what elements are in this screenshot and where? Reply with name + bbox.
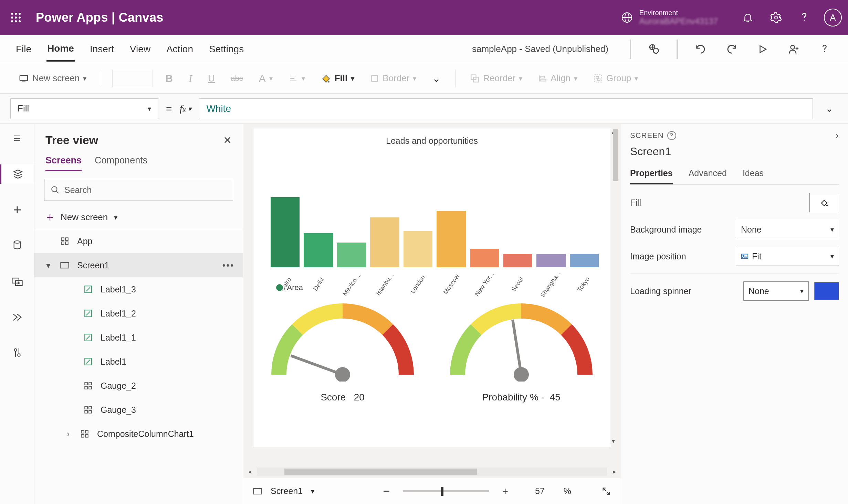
chevron-down-icon[interactable]: ▾ xyxy=(311,487,314,495)
tree-new-screen-button[interactable]: New screen ▾ xyxy=(34,207,243,229)
tab-action[interactable]: Action xyxy=(166,42,194,56)
preview-play-icon[interactable] xyxy=(754,41,771,57)
tab-properties[interactable]: Properties xyxy=(630,165,673,184)
tab-ideas[interactable]: Ideas xyxy=(743,165,764,184)
gauge-probability[interactable]: Probability % - 45 xyxy=(449,299,594,403)
svg-rect-53 xyxy=(65,242,68,245)
fit-to-window-icon[interactable] xyxy=(601,486,611,496)
app-launcher-icon[interactable] xyxy=(6,8,25,27)
zoom-in-button[interactable]: + xyxy=(502,485,508,497)
formula-bar: Fill▾ = fx▾ White ⌄ xyxy=(0,94,848,124)
svg-rect-63 xyxy=(85,382,87,385)
zoom-slider[interactable] xyxy=(403,490,489,492)
user-avatar[interactable]: A xyxy=(824,9,842,26)
more-ellipsis-icon[interactable]: ••• xyxy=(222,260,234,270)
tree-item-label1-3[interactable]: Label1_3 xyxy=(34,277,243,301)
caret-down-icon[interactable]: ▾ xyxy=(44,260,52,270)
zoom-out-button[interactable]: − xyxy=(383,484,390,498)
font-color-button[interactable]: A▾ xyxy=(255,71,276,86)
label-icon xyxy=(83,356,94,367)
text-align-button[interactable]: ▾ xyxy=(285,72,308,85)
tab-components[interactable]: Components xyxy=(95,155,147,171)
tree-item-label1[interactable]: Label1 xyxy=(34,350,243,374)
tree-item-label1-2[interactable]: Label1_2 xyxy=(34,301,243,325)
footer-screen-name[interactable]: Screen1 xyxy=(271,486,303,496)
prop-spinner-select[interactable]: None▾ xyxy=(743,281,809,301)
svg-point-76 xyxy=(335,367,350,382)
gauge-score-label: Score 20 xyxy=(321,392,365,403)
screen-canvas[interactable]: Leads and opportunities 3115112216258666… xyxy=(253,128,611,448)
rail-media-icon[interactable] xyxy=(8,272,27,291)
rail-data-icon[interactable] xyxy=(8,236,27,255)
rail-tools-icon[interactable] xyxy=(8,343,27,363)
fx-button[interactable]: fx▾ xyxy=(180,103,192,115)
svg-line-75 xyxy=(291,356,343,375)
app-title: Power Apps | Canvas xyxy=(36,10,164,25)
tree-search-input[interactable]: Search xyxy=(44,179,233,201)
caret-right-icon[interactable]: › xyxy=(64,429,72,439)
settings-gear-icon[interactable] xyxy=(767,9,785,26)
new-screen-button[interactable]: New screen ▾ xyxy=(15,71,90,86)
strikethrough-button[interactable]: abc xyxy=(227,72,246,85)
tab-insert[interactable]: Insert xyxy=(89,42,115,56)
tab-settings[interactable]: Settings xyxy=(208,42,244,56)
redo-icon[interactable] xyxy=(723,41,740,57)
bold-button[interactable]: B xyxy=(162,71,176,86)
fill-button[interactable]: Fill▾ xyxy=(317,71,358,86)
italic-button[interactable]: I xyxy=(185,71,196,86)
share-user-icon[interactable] xyxy=(785,41,802,57)
tree-item-app[interactable]: App xyxy=(34,229,243,253)
app-checker-icon[interactable] xyxy=(646,41,662,57)
prop-bgimage-select[interactable]: None▾ xyxy=(736,220,839,239)
tab-home[interactable]: Home xyxy=(46,42,75,62)
tree-item-composite-chart[interactable]: › CompositeColumnChart1 xyxy=(34,422,243,446)
chevron-down-icon: ▾ xyxy=(114,213,117,222)
font-size-box[interactable] xyxy=(112,70,153,87)
formula-expand-icon[interactable]: ⌄ xyxy=(820,103,838,114)
tree-item-screen1[interactable]: ▾ Screen1 ••• xyxy=(34,253,243,277)
rail-tree-view-icon[interactable] xyxy=(0,164,34,184)
tree-item-gauge-3[interactable]: Gauge_3 xyxy=(34,398,243,422)
align-button[interactable]: Align▾ xyxy=(535,71,581,86)
tree-item-gauge-2[interactable]: Gauge_2 xyxy=(34,374,243,398)
reorder-button[interactable]: Reorder▾ xyxy=(467,71,526,86)
tab-advanced[interactable]: Advanced xyxy=(689,165,727,184)
format-expand-button[interactable]: ⌄ xyxy=(429,70,444,86)
column-chart[interactable]: 3115112216258666 CairoDelhiMexico ...Ist… xyxy=(269,166,600,283)
close-icon[interactable]: ✕ xyxy=(223,134,232,146)
horizontal-scrollbar[interactable]: ◂▸ xyxy=(243,465,621,478)
border-button[interactable]: Border▾ xyxy=(367,71,420,86)
rail-insert-icon[interactable] xyxy=(8,200,27,219)
chart-x-label: Istanbu... xyxy=(373,269,397,300)
prop-imgpos-select[interactable]: Fit ▾ xyxy=(736,247,839,266)
prop-spinner-color-swatch[interactable] xyxy=(814,282,839,300)
rail-hamburger-icon[interactable] xyxy=(8,129,27,148)
svg-point-8 xyxy=(19,20,21,22)
underline-button[interactable]: U xyxy=(205,71,218,86)
notifications-icon[interactable] xyxy=(739,9,756,26)
help-ribbon-icon[interactable] xyxy=(816,41,833,57)
vertical-scrollbar[interactable]: ▴▾ xyxy=(610,128,621,445)
gauge-score[interactable]: Score 20 xyxy=(270,299,415,403)
tab-screens[interactable]: Screens xyxy=(45,155,82,171)
prop-fill-color-button[interactable] xyxy=(809,193,839,212)
chart-x-label: Shangha... xyxy=(538,269,563,300)
tree-item-label1-1[interactable]: Label1_1 xyxy=(34,325,243,350)
environment-picker[interactable]: EnvironmentAuroraBAPEnv43137 xyxy=(621,9,718,26)
chevron-right-icon[interactable]: › xyxy=(836,130,839,141)
paint-bucket-icon xyxy=(321,73,331,84)
formula-input[interactable]: White xyxy=(199,98,813,119)
svg-rect-64 xyxy=(89,382,92,385)
prop-imgpos-label: Image position xyxy=(630,251,730,261)
tab-file[interactable]: File xyxy=(15,42,32,56)
svg-point-3 xyxy=(11,17,13,19)
undo-icon[interactable] xyxy=(692,41,709,57)
tab-view[interactable]: View xyxy=(129,42,151,56)
rail-power-automate-icon[interactable] xyxy=(8,308,27,327)
help-icon[interactable] xyxy=(796,9,813,26)
tree-view-panel: Tree view ✕ Screens Components Search Ne… xyxy=(34,124,243,504)
group-button[interactable]: Group▾ xyxy=(590,71,641,86)
svg-rect-68 xyxy=(89,406,92,409)
property-selector[interactable]: Fill▾ xyxy=(10,98,158,119)
info-icon[interactable]: ? xyxy=(667,131,676,140)
